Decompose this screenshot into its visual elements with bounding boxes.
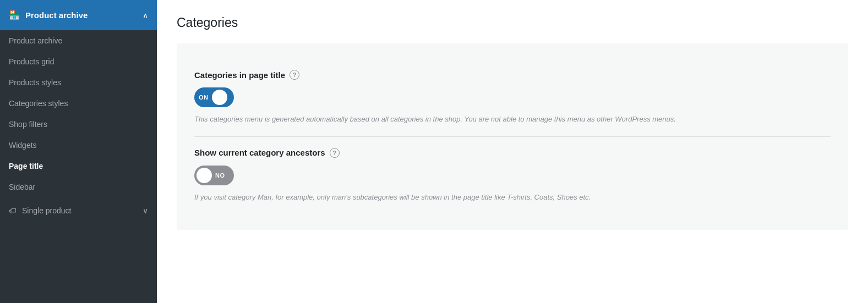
sidebar-item-product-archive[interactable]: Product archive [0,30,157,51]
sidebar-group-single-product[interactable]: 🏷 Single product ∨ [0,197,157,224]
help-icon[interactable]: ? [330,148,340,158]
sidebar-item-label: Widgets [9,141,37,150]
toggle-label: NO [215,172,225,179]
sidebar-item-products-grid[interactable]: Products grid [0,51,157,72]
chevron-up-icon: ∧ [143,11,148,20]
sidebar-item-label: Sidebar [9,183,35,191]
toggle-circle [212,90,227,105]
sidebar-item-shop-filters[interactable]: Shop filters [0,114,157,135]
setting-label-row: Categories in page title? [194,70,831,80]
toggle-circle [196,168,212,183]
page-title: Categories [177,15,848,30]
sidebar-header[interactable]: 🏪 Product archive ∧ [0,0,157,30]
toggle-show-current-category-ancestors[interactable]: NO [194,166,234,185]
toggle-categories-in-page-title[interactable]: ON [194,87,234,107]
sidebar-item-label: Page title [9,162,43,170]
sidebar-nav: Product archiveProducts gridProducts sty… [0,30,157,197]
sidebar-header-title: Product archive [25,10,88,20]
sidebar-group-label: Single product [22,206,72,215]
setting-label: Show current category ancestors [194,148,325,157]
tag-icon: 🏷 [9,206,17,215]
settings-card: Categories in page title?ONThis categori… [177,43,848,230]
sidebar-item-label: Shop filters [9,120,47,129]
sidebar-item-products-styles[interactable]: Products styles [0,72,157,93]
help-icon[interactable]: ? [290,70,299,80]
setting-row-show-current-category-ancestors: Show current category ancestors?NOIf you… [194,137,831,214]
sidebar: 🏪 Product archive ∧ Product archiveProdu… [0,0,157,303]
setting-description: This categories menu is generated automa… [194,114,800,125]
sidebar-item-label: Products styles [9,78,61,87]
store-icon: 🏪 [9,10,20,20]
setting-description: If you visit category Man, for example, … [194,192,800,203]
sidebar-item-widgets[interactable]: Widgets [0,135,157,156]
sidebar-item-page-title[interactable]: Page title [0,156,157,177]
setting-row-categories-in-page-title: Categories in page title?ONThis categori… [194,59,831,137]
settings-list: Categories in page title?ONThis categori… [194,59,831,214]
toggle-label: ON [199,94,209,101]
sidebar-item-sidebar[interactable]: Sidebar [0,177,157,197]
sidebar-item-categories-styles[interactable]: Categories styles [0,93,157,114]
chevron-down-icon: ∨ [143,206,148,215]
sidebar-item-label: Categories styles [9,99,68,108]
setting-label-row: Show current category ancestors? [194,148,831,158]
sidebar-item-label: Product archive [9,36,62,45]
main-content: Categories Categories in page title?ONTh… [157,0,868,303]
sidebar-item-label: Products grid [9,57,54,66]
sidebar-group-left: 🏷 Single product [9,206,72,215]
setting-label: Categories in page title [194,70,285,80]
sidebar-header-left: 🏪 Product archive [9,10,88,20]
